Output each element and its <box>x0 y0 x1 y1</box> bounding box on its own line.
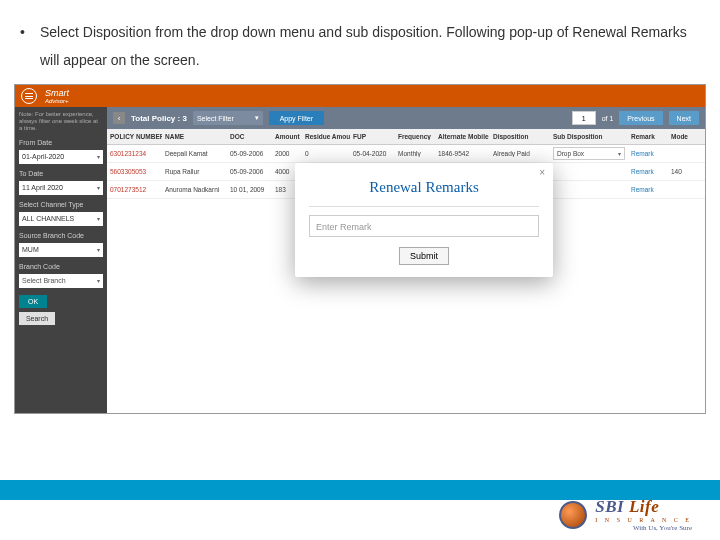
branch-select[interactable]: Select Branch▾ <box>19 274 103 288</box>
chevron-down-icon: ▾ <box>97 153 100 160</box>
chevron-down-icon: ▾ <box>97 184 100 191</box>
policy-link[interactable]: 6301231234 <box>110 150 146 157</box>
renewal-remarks-modal: × Renewal Remarks Enter Remark Submit <box>295 163 553 277</box>
channel-label: Select Channel Type <box>19 201 103 208</box>
close-icon[interactable]: × <box>539 167 545 178</box>
chevron-down-icon: ▾ <box>255 114 259 122</box>
from-date-input[interactable]: 01-April-2020▾ <box>19 150 103 164</box>
logo-circle-icon <box>559 501 587 529</box>
from-date-label: From Date <box>19 139 103 146</box>
to-date-input[interactable]: 11 April 2020▾ <box>19 181 103 195</box>
policy-link[interactable]: 5603305053 <box>110 168 146 175</box>
sbi-logo: SBI Life I N S U R A N C E With Us, You'… <box>559 497 692 532</box>
branch-label: Branch Code <box>19 263 103 270</box>
previous-button[interactable]: Previous <box>619 111 662 125</box>
sub-disposition-select[interactable]: Drop Box▾ <box>553 147 625 160</box>
sidebar-note: Note: For better experience, always filt… <box>19 111 103 133</box>
instruction-body: Select Disposition from the drop down me… <box>40 18 700 74</box>
page-footer: SBI Life I N S U R A N C E With Us, You'… <box>0 480 720 540</box>
table-row: 6301231234 Deepali Kamat 05-09-2006 2000… <box>107 145 705 163</box>
topbar: ‹ Total Policy : 3 Select Filter▾ Appy F… <box>107 107 705 129</box>
remark-link[interactable]: Remark <box>631 150 654 157</box>
divider <box>309 206 539 207</box>
policy-link[interactable]: 0701273512 <box>110 186 146 193</box>
chevron-down-icon: ▾ <box>97 215 100 222</box>
app-header: Smart Advisor+ <box>15 85 705 107</box>
next-button[interactable]: Next <box>669 111 699 125</box>
submit-button[interactable]: Submit <box>399 247 449 265</box>
apply-filter-button[interactable]: Appy Filter <box>269 111 324 125</box>
page-of: of 1 <box>602 115 614 122</box>
ok-button[interactable]: OK <box>19 295 47 308</box>
remark-link[interactable]: Remark <box>631 168 654 175</box>
chevron-down-icon: ▾ <box>97 246 100 253</box>
collapse-button[interactable]: ‹ <box>113 112 125 124</box>
remark-link[interactable]: Remark <box>631 186 654 193</box>
source-select[interactable]: MUM▾ <box>19 243 103 257</box>
app-screenshot: Smart Advisor+ Note: For better experien… <box>14 84 706 414</box>
page-input[interactable] <box>572 111 596 125</box>
total-policy: Total Policy : 3 <box>131 114 187 123</box>
table-header: POLICY NUMBER NAME DOC Amount Residue Am… <box>107 129 705 145</box>
bullet-icon: • <box>20 18 40 74</box>
instruction-text: • Select Disposition from the drop down … <box>0 0 720 74</box>
modal-title: Renewal Remarks <box>309 179 539 196</box>
chevron-down-icon: ▾ <box>97 277 100 284</box>
hamburger-icon[interactable] <box>21 88 37 104</box>
remark-input[interactable]: Enter Remark <box>309 215 539 237</box>
sidebar: Note: For better experience, always filt… <box>15 107 107 413</box>
search-button[interactable]: Search <box>19 312 55 325</box>
source-label: Source Branch Code <box>19 232 103 239</box>
filter-select[interactable]: Select Filter▾ <box>193 111 263 125</box>
to-date-label: To Date <box>19 170 103 177</box>
app-logo: Smart Advisor+ <box>45 89 69 104</box>
channel-select[interactable]: ALL CHANNELS▾ <box>19 212 103 226</box>
